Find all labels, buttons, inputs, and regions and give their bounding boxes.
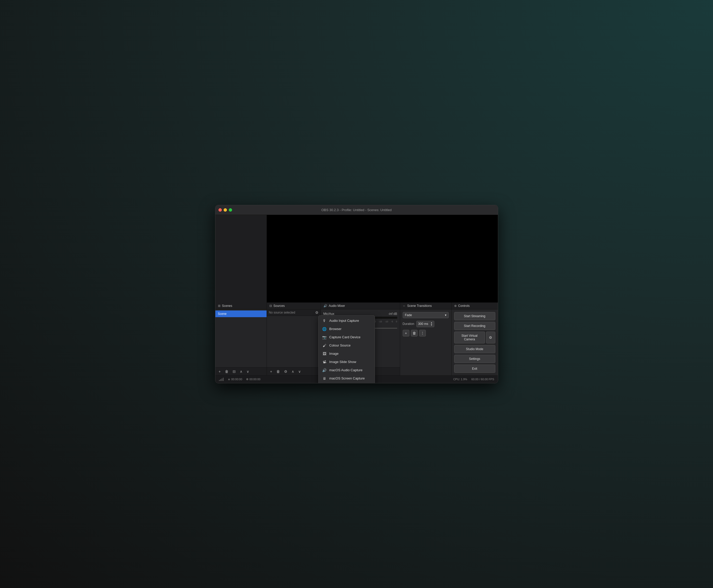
menu-item-image[interactable]: 🖼 Image: [319, 350, 375, 358]
obs-window: OBS 30.2.3 - Profile: Untitled - Scenes:…: [215, 205, 498, 383]
menu-item-capture-card[interactable]: 📷 Capture Card Device: [319, 333, 375, 341]
sources-panel-title: Sources: [274, 304, 285, 308]
scene-down-button[interactable]: ∨: [245, 369, 250, 374]
menu-label-macos-audio: macOS Audio Capture: [329, 368, 371, 372]
source-settings-button[interactable]: ⚙: [283, 369, 289, 374]
traffic-lights: [218, 208, 232, 212]
titlebar: OBS 30.2.3 - Profile: Untitled - Scenes:…: [215, 205, 498, 215]
transition-type-select[interactable]: Fade ▾: [403, 312, 449, 318]
exit-button[interactable]: Exit: [454, 364, 495, 373]
controls-panel: ⊕ Controls Start Streaming Start Recordi…: [452, 302, 498, 375]
sources-panel-header: ⊟ Sources: [267, 302, 321, 310]
controls-icon: ⊕: [454, 304, 457, 308]
transitions-title: Scene Transitions: [407, 304, 432, 308]
scene-item[interactable]: Scene: [215, 311, 266, 317]
start-virtual-camera-button[interactable]: Start Virtual Camera: [454, 332, 485, 343]
source-up-button[interactable]: ∧: [290, 369, 295, 374]
preview-area: [215, 215, 498, 302]
stepper-down-icon[interactable]: ▼: [431, 324, 433, 326]
remove-source-button[interactable]: 🗑: [275, 369, 281, 374]
stream-record-icon: ⏺: [228, 378, 230, 381]
sources-panel-wrapper: ⊟ Sources No source selected ⚙ + 🗑 ⚙ ∧ ∨: [267, 302, 321, 375]
browser-icon: 🌐: [322, 327, 327, 331]
audio-mixer-title: Audio Mixer: [329, 304, 345, 308]
rec-time: 00:00:00: [249, 378, 260, 381]
menu-item-image-slideshow[interactable]: 📽 Image Slide Show: [319, 358, 375, 366]
macos-screen-icon: 🖥: [322, 376, 327, 381]
menu-item-media-source[interactable]: ▶ Media Source: [319, 382, 375, 383]
macos-audio-icon: 🔊: [322, 368, 327, 373]
add-source-context-menu: 🎙 Audio Input Capture 🌐 Browser 📷 Captur…: [318, 315, 375, 383]
menu-label-image-slideshow: Image Slide Show: [329, 360, 371, 364]
window-title: OBS 30.2.3 - Profile: Untitled - Scenes:…: [321, 208, 392, 212]
sources-panel: ⊟ Sources No source selected ⚙ + 🗑 ⚙ ∧ ∨: [267, 302, 321, 375]
rec-time-item: 00:00:00: [246, 378, 260, 381]
add-scene-button[interactable]: +: [217, 369, 222, 374]
scene-up-button[interactable]: ∧: [239, 369, 244, 374]
add-source-button[interactable]: +: [269, 369, 274, 374]
menu-item-macos-screen[interactable]: 🖥 macOS Screen Capture: [319, 374, 375, 382]
cpu-usage: CPU: 1.9%: [453, 378, 467, 381]
studio-mode-button[interactable]: Studio Mode: [454, 345, 495, 353]
image-icon: 🖼: [322, 351, 327, 356]
add-transition-button[interactable]: +: [403, 330, 409, 336]
left-sidebar-preview: [215, 215, 267, 302]
preview-canvas: [267, 215, 498, 302]
fullscreen-button[interactable]: [229, 208, 232, 212]
scene-list: Scene: [215, 310, 266, 368]
mixer-db-value: -inf dB: [388, 312, 397, 316]
scenes-panel-icon: ⊞: [218, 304, 220, 308]
transitions-toolbar: + 🗑 ⋮: [403, 330, 449, 336]
duration-input[interactable]: 300 ms ▲ ▼: [416, 321, 434, 327]
source-down-button[interactable]: ∨: [297, 369, 302, 374]
close-button[interactable]: [218, 208, 222, 212]
more-transitions-button[interactable]: ⋮: [419, 330, 426, 336]
menu-label-macos-screen: macOS Screen Capture: [329, 376, 371, 380]
menu-item-macos-audio[interactable]: 🔊 macOS Audio Capture: [319, 366, 375, 374]
scenes-toolbar: + 🗑 ⊟ ∧ ∨: [215, 368, 266, 375]
minimize-button[interactable]: [223, 208, 227, 212]
settings-button[interactable]: Settings: [454, 355, 495, 363]
menu-label-browser: Browser: [329, 327, 371, 331]
transitions-icon: ↔: [403, 304, 406, 308]
start-recording-button[interactable]: Start Recording: [454, 322, 495, 330]
menu-item-audio-input[interactable]: 🎙 Audio Input Capture: [319, 317, 375, 325]
controls-header: ⊕ Controls: [452, 302, 498, 310]
image-slideshow-icon: 📽: [322, 360, 327, 364]
filter-scene-button[interactable]: ⊟: [231, 369, 237, 374]
stepper-up-icon[interactable]: ▲: [431, 322, 433, 324]
mixer-channel-header: Mic/Aux -inf dB: [323, 312, 397, 316]
virtual-camera-row: Start Virtual Camera ⚙: [454, 332, 495, 343]
menu-label-colour-source: Colour Source: [329, 343, 371, 347]
controls-title: Controls: [458, 304, 470, 308]
capture-card-icon: 📷: [322, 335, 327, 340]
colour-source-icon: 🖌: [322, 343, 327, 348]
start-streaming-button[interactable]: Start Streaming: [454, 312, 495, 320]
rec-dot: [246, 378, 248, 380]
transitions-content: Fade ▾ Duration 300 ms ▲ ▼ + 🗑: [400, 310, 451, 339]
no-source-label: No source selected: [269, 311, 295, 314]
scenes-panel-title: Scenes: [222, 304, 232, 308]
scene-transitions-panel: ↔ Scene Transitions Fade ▾ Duration 300 …: [400, 302, 452, 375]
audio-input-icon: 🎙: [322, 318, 327, 323]
sources-gear-button[interactable]: ⚙: [315, 311, 319, 315]
menu-item-colour-source[interactable]: 🖌 Colour Source: [319, 341, 375, 350]
menu-label-image: Image: [329, 352, 371, 356]
network-indicator: [219, 377, 223, 381]
transition-duration-row: Duration 300 ms ▲ ▼: [403, 321, 449, 327]
scenes-panel-header: ⊞ Scenes: [215, 302, 266, 310]
chevron-down-icon: ▾: [445, 313, 447, 317]
transitions-header: ↔ Scene Transitions: [400, 302, 451, 310]
remove-transition-button[interactable]: 🗑: [411, 330, 418, 336]
virtual-camera-settings-button[interactable]: ⚙: [486, 332, 495, 343]
remove-scene-button[interactable]: 🗑: [223, 369, 230, 374]
controls-content: Start Streaming Start Recording Start Vi…: [452, 310, 498, 375]
fps-display: 60.00 / 60.00 FPS: [471, 378, 494, 381]
menu-item-browser[interactable]: 🌐 Browser: [319, 325, 375, 333]
scenes-panel: ⊞ Scenes Scene + 🗑 ⊟ ∧ ∨: [215, 302, 267, 375]
audio-mixer-icon: 🔊: [323, 304, 327, 308]
sources-toolbar: + 🗑 ⚙ ∧ ∨: [267, 368, 321, 375]
menu-label-audio-input: Audio Input Capture: [329, 319, 371, 322]
sources-top-bar: No source selected ⚙: [267, 310, 321, 316]
stream-time-item: ⏺ 00:00:00: [228, 378, 242, 381]
